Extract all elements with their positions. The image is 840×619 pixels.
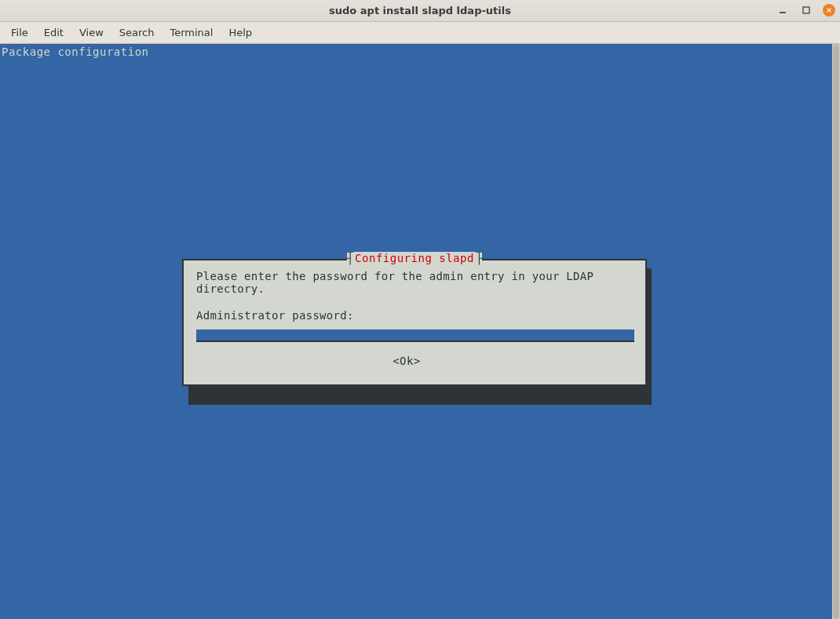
- dialog-message: Please enter the password for the admin …: [196, 270, 633, 295]
- scrollbar-thumb[interactable]: [833, 44, 839, 619]
- window-title: sudo apt install slapd ldap-utils: [0, 5, 840, 16]
- dialog-prompt: Administrator password:: [196, 309, 633, 322]
- dialog-title-cap-right: ├: [476, 253, 482, 264]
- close-icon: [826, 7, 832, 13]
- minimize-icon: [779, 6, 787, 14]
- package-config-header: Package configuration: [2, 46, 149, 58]
- dialog-title: Configuring slapd: [353, 252, 476, 264]
- terminal[interactable]: Package configuration ┤ Configuring slap…: [0, 44, 832, 619]
- maximize-button[interactable]: [799, 3, 813, 17]
- maximize-icon: [802, 6, 810, 14]
- menu-edit[interactable]: Edit: [36, 24, 71, 42]
- scrollbar[interactable]: [832, 44, 840, 619]
- menu-file[interactable]: File: [3, 24, 36, 42]
- dialog-body: Please enter the password for the admin …: [184, 260, 645, 367]
- password-input[interactable]: [196, 330, 634, 342]
- menu-help[interactable]: Help: [221, 24, 260, 42]
- dialog-title-wrap: ┤ Configuring slapd ├: [184, 252, 645, 264]
- window-controls: [776, 3, 835, 17]
- window-titlebar: sudo apt install slapd ldap-utils: [0, 0, 840, 22]
- menu-terminal[interactable]: Terminal: [162, 24, 221, 42]
- dialog-title-cap-left: ┤: [347, 253, 353, 264]
- close-button[interactable]: [823, 4, 835, 16]
- config-dialog: ┤ Configuring slapd ├ Please enter the p…: [182, 259, 647, 386]
- menu-view[interactable]: View: [71, 24, 111, 42]
- svg-rect-1: [803, 7, 809, 13]
- ok-button[interactable]: <Ok>: [196, 355, 633, 367]
- terminal-container: Package configuration ┤ Configuring slap…: [0, 44, 840, 619]
- menu-search[interactable]: Search: [111, 24, 163, 42]
- menubar: File Edit View Search Terminal Help: [0, 22, 840, 44]
- minimize-button[interactable]: [776, 3, 790, 17]
